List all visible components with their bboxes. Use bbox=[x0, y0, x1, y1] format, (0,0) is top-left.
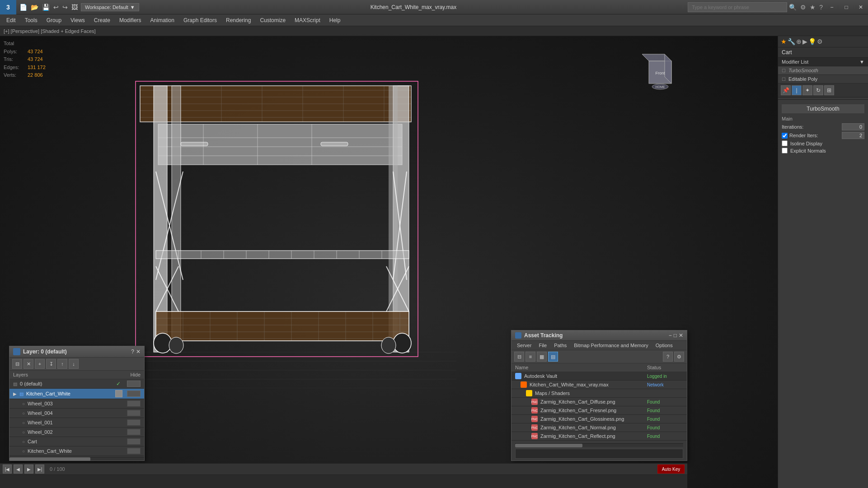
layers-toolbar-btn-1[interactable]: ✕ bbox=[23, 359, 33, 369]
layers-toolbar-btn-5[interactable]: ↓ bbox=[69, 359, 79, 369]
layer-row-wheel003[interactable]: ○ Wheel_003 bbox=[9, 399, 144, 409]
rotate-button[interactable]: ↻ bbox=[813, 85, 823, 95]
layers-scrollbar-thumb[interactable] bbox=[9, 457, 90, 461]
anim-prev-btn[interactable]: |◀ bbox=[3, 465, 12, 474]
iterations-input[interactable] bbox=[842, 123, 864, 130]
menu-item-graph-editors[interactable]: Graph Editors bbox=[179, 16, 221, 25]
asset-menu-options[interactable]: Options bbox=[652, 342, 676, 349]
search-input[interactable] bbox=[688, 2, 787, 12]
move-button[interactable]: ✦ bbox=[802, 85, 812, 95]
redo-icon[interactable]: ↪ bbox=[61, 3, 69, 12]
anim-fwd-btn[interactable]: ▶| bbox=[35, 465, 44, 474]
expand-button[interactable]: ⊞ bbox=[824, 85, 834, 95]
asset-toolbar-settings[interactable]: ⚙ bbox=[674, 352, 684, 362]
close-button[interactable]: ✕ bbox=[854, 0, 868, 14]
menu-item-rendering[interactable]: Rendering bbox=[221, 16, 255, 25]
layer-row-cart[interactable]: ○ Cart bbox=[9, 437, 144, 446]
asset-menu-paths[interactable]: Paths bbox=[550, 342, 570, 349]
menu-item-maxscript[interactable]: MAXScript bbox=[290, 16, 325, 25]
layers-scrollbar[interactable] bbox=[9, 457, 144, 460]
asset-restore-button[interactable]: □ bbox=[674, 332, 677, 339]
workspace-button[interactable]: Workspace: Default ▼ bbox=[81, 3, 139, 11]
asset-menu-file[interactable]: File bbox=[535, 342, 550, 349]
isoline-checkbox[interactable] bbox=[782, 140, 788, 146]
layers-toolbar-btn-2[interactable]: + bbox=[35, 359, 45, 369]
modifier-editable-poly[interactable]: ☐ Editable Poly bbox=[778, 75, 868, 84]
search-icon[interactable]: 🔍 bbox=[787, 4, 798, 11]
menu-item-help[interactable]: Help bbox=[325, 16, 345, 25]
layers-close-button[interactable]: ✕ bbox=[136, 349, 141, 355]
layers-help-button[interactable]: ? bbox=[131, 349, 134, 355]
restore-button[interactable]: □ bbox=[839, 0, 854, 14]
star-icon[interactable]: ★ bbox=[808, 4, 817, 11]
asset-toolbar-btn-0[interactable]: ⊟ bbox=[514, 352, 524, 362]
utilities-icon[interactable]: ⚙ bbox=[817, 38, 823, 45]
modifier-turbosmooth[interactable]: ☐ TurboSmooth bbox=[778, 66, 868, 75]
layer-row-wheel004[interactable]: ○ Wheel_004 bbox=[9, 409, 144, 418]
modify-icon[interactable]: 🔧 bbox=[788, 38, 795, 45]
anim-play-btn[interactable]: ▶ bbox=[24, 465, 33, 474]
asset-minimize-button[interactable]: − bbox=[669, 332, 672, 339]
select-button[interactable]: | bbox=[792, 85, 802, 95]
asset-toolbar-btn-1[interactable]: ≡ bbox=[525, 352, 535, 362]
asset-scrollbar-thumb[interactable] bbox=[515, 444, 582, 447]
asset-toolbar-btn-2[interactable]: ▦ bbox=[537, 352, 547, 362]
help-icon[interactable]: ? bbox=[817, 4, 825, 11]
layers-toolbar-btn-3[interactable]: ↧ bbox=[46, 359, 56, 369]
asset-row-maps[interactable]: Maps / Shaders bbox=[511, 389, 687, 398]
layer-row-kitchen[interactable]: ▶ ▤ Kitchen_Cart_White bbox=[9, 389, 144, 399]
anim-key-btn[interactable]: Auto Key bbox=[657, 465, 685, 474]
window-title: Kitchen_Cart_White_max_vray.max bbox=[139, 4, 688, 10]
asset-toolbar-btn-3[interactable]: ▤ bbox=[548, 352, 558, 362]
undo-icon[interactable]: ↩ bbox=[52, 3, 60, 12]
menu-item-customize[interactable]: Customize bbox=[255, 16, 290, 25]
asset-path-input[interactable] bbox=[515, 449, 683, 459]
view-cube[interactable]: Front HOME bbox=[638, 50, 683, 95]
asset-panel-controls: − □ ✕ bbox=[669, 332, 683, 339]
asset-menu-server[interactable]: Server bbox=[513, 342, 535, 349]
menu-item-animation[interactable]: Animation bbox=[146, 16, 179, 25]
menu-item-create[interactable]: Create bbox=[89, 16, 115, 25]
render-iters-checkbox[interactable] bbox=[782, 133, 788, 139]
modifier-list-label[interactable]: Modifier List ▼ bbox=[778, 58, 868, 66]
hierarchy-icon[interactable]: ⊕ bbox=[796, 38, 802, 45]
asset-row-vault[interactable]: Autodesk Vault Logged in bbox=[511, 372, 687, 381]
layers-toolbar-btn-4[interactable]: ↑ bbox=[57, 359, 67, 369]
layer-row-default[interactable]: ▤ 0 (default) ✓ bbox=[9, 379, 144, 389]
asset-close-button[interactable]: ✕ bbox=[679, 332, 683, 339]
viewport[interactable]: Total Polys: 43 724 Tris: 43 724 Edges: … bbox=[0, 36, 778, 488]
options-icon[interactable]: ⚙ bbox=[798, 4, 808, 11]
asset-row-max[interactable]: Kitchen_Cart_White_max_vray.max Network bbox=[511, 381, 687, 389]
motion-icon[interactable]: ▶ bbox=[802, 38, 807, 45]
asset-row-reflect[interactable]: FNC Zarmig_Kitchen_Cart_Reflect.png Foun… bbox=[511, 432, 687, 441]
minimize-button[interactable]: − bbox=[825, 0, 839, 14]
display-icon[interactable]: 💡 bbox=[808, 38, 816, 45]
anim-back-btn[interactable]: ◀ bbox=[14, 465, 23, 474]
render-iters-input[interactable] bbox=[842, 132, 864, 139]
pin-button[interactable]: 📌 bbox=[781, 85, 791, 95]
asset-row-fresnel[interactable]: FNC Zarmig_Kitchen_Cart_Fresnel.png Foun… bbox=[511, 406, 687, 415]
layers-toolbar-btn-0[interactable]: ⊟ bbox=[12, 359, 22, 369]
new-icon[interactable]: 📄 bbox=[18, 3, 28, 12]
timeline[interactable] bbox=[0, 475, 687, 488]
layer-row-kitchen2[interactable]: ○ Kitchen_Cart_White bbox=[9, 446, 144, 456]
asset-row-normal[interactable]: FNC Zarmig_Kitchen_Cart_Normal.png Found bbox=[511, 423, 687, 432]
menu-item-modifiers[interactable]: Modifiers bbox=[115, 16, 146, 25]
asset-row-diffuse[interactable]: FNC Zarmig_Kitchen_Cart_Diffuse.png Foun… bbox=[511, 398, 687, 406]
menu-item-views[interactable]: Views bbox=[66, 16, 89, 25]
menu-item-edit[interactable]: Edit bbox=[2, 16, 20, 25]
asset-row-glossiness[interactable]: FNC Zarmig_Kitchen_Cart_Glossiness.png F… bbox=[511, 415, 687, 423]
animation-bar: |◀ ◀ ▶ ▶| 0 / 100 Auto Key bbox=[0, 463, 687, 488]
menu-item-tools[interactable]: Tools bbox=[20, 16, 42, 25]
menu-item-group[interactable]: Group bbox=[42, 16, 66, 25]
layer-row-wheel001[interactable]: ○ Wheel_001 bbox=[9, 418, 144, 428]
create-icon[interactable]: ★ bbox=[781, 38, 787, 45]
layer-row-wheel002[interactable]: ○ Wheel_002 bbox=[9, 428, 144, 437]
render-icon[interactable]: 🖼 bbox=[70, 3, 79, 12]
save-icon[interactable]: 💾 bbox=[41, 3, 51, 12]
open-icon[interactable]: 📂 bbox=[29, 3, 40, 12]
explicit-checkbox[interactable] bbox=[782, 148, 788, 153]
asset-menu-bitmap[interactable]: Bitmap Performance and Memory bbox=[570, 342, 652, 349]
asset-scrollbar[interactable] bbox=[515, 443, 683, 447]
asset-toolbar-help[interactable]: ? bbox=[663, 352, 673, 362]
